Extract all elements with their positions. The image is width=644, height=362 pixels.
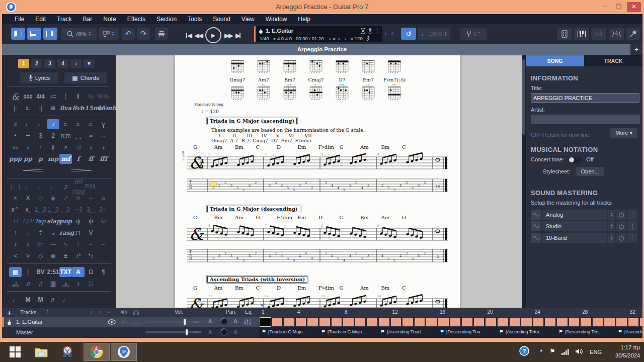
legato-slide-icon[interactable]: ‿3 — [59, 205, 72, 215]
mastering-slot-spinner[interactable]: ▲▼ — [608, 221, 615, 231]
natural-icon[interactable]: ♮ — [34, 142, 47, 152]
double-flat-icon[interactable]: ♭♭ — [9, 142, 22, 152]
double-simile-icon[interactable]: %% — [97, 92, 110, 102]
staccato-icon[interactable]: ♩ — [34, 182, 47, 192]
timeline-cell[interactable] — [414, 317, 426, 327]
pop-icon[interactable]: pop — [59, 216, 72, 226]
timeline-ruler[interactable]: 148121620242832 — [259, 308, 642, 317]
whole-note-icon[interactable]: ○ — [9, 119, 22, 129]
double-sharp-icon[interactable]: × — [59, 142, 72, 152]
master-volume-automation[interactable]: A — [208, 329, 212, 335]
title-input[interactable] — [531, 93, 639, 103]
score-scrollbar[interactable] — [522, 55, 526, 308]
current-track-box[interactable]: 1. E.Guitar ⋮ 1/40 ● 4.0:4.0 00:00 / 01:… — [254, 26, 382, 42]
coda-icon[interactable]: ⊕ — [47, 103, 59, 113]
barline-tool-icon[interactable]: ∣ — [22, 267, 34, 277]
shift-slide-icon[interactable]: ∼3 — [72, 205, 85, 215]
chord-diagram-icon[interactable]: ▦ — [9, 267, 22, 277]
mastering-slot-spinner[interactable]: ▲▼ — [608, 233, 615, 243]
timeline-cell[interactable] — [556, 317, 568, 327]
page-view-selector[interactable]: ▲▼ — [99, 28, 119, 40]
pitch-control[interactable]: 0 +− — [460, 28, 487, 40]
palm-mute-icon[interactable]: P.M. — [85, 182, 97, 192]
tie-icon[interactable]: ‿ — [72, 131, 85, 141]
repeat-close-icon[interactable]: :| — [34, 103, 47, 113]
snipping-tool-button[interactable] — [54, 343, 80, 361]
file-explorer-button[interactable] — [28, 343, 54, 361]
chord-diagram-Bm7[interactable]: Bm7× × — [279, 56, 301, 103]
arpeggio-up-icon[interactable]: ⇡ — [34, 228, 47, 238]
slap-icon[interactable]: slap — [47, 216, 59, 226]
timeline-cell[interactable] — [331, 317, 343, 327]
chord-diagram-grid[interactable] — [307, 56, 325, 74]
action-center-flag-icon[interactable]: ⚑ — [549, 347, 555, 355]
section-bookmark[interactable]: ⚑[Descending Tria... — [440, 329, 484, 334]
text-tool-icon[interactable]: TXT — [59, 267, 72, 277]
timeline-cell[interactable] — [343, 317, 354, 327]
voice-pair-icon[interactable]: ⊡ — [85, 279, 97, 289]
tray-expand-arrow[interactable]: ▴ — [540, 347, 542, 352]
chord-diagram-grid[interactable] — [281, 56, 298, 74]
pitch-plus-minus[interactable]: +− — [478, 31, 480, 36]
tab-track[interactable]: TRACK — [584, 55, 642, 66]
dead-note-icon[interactable]: × — [9, 193, 22, 203]
mute-track-icon[interactable] — [121, 319, 127, 325]
go-start-button[interactable]: ◀ — [186, 32, 191, 39]
ottava-bassa-icon[interactable]: 8vb — [72, 103, 85, 113]
chord-diagram-Am7[interactable]: Am7×o — [253, 56, 275, 103]
chord-diagram-Gmaj7[interactable]: Gmaj7 — [226, 56, 249, 103]
decrescendo-icon[interactable]: > — [57, 165, 106, 175]
volume-slider[interactable] — [145, 321, 202, 323]
menu-bar[interactable]: Bar — [77, 14, 98, 24]
eighth-note-icon[interactable]: ♪ — [47, 119, 59, 129]
grace-sixteenth-icon[interactable]: ♪ — [22, 239, 34, 249]
accidental-icon[interactable]: ♭♯ — [72, 142, 85, 152]
timeline-cell[interactable] — [426, 317, 437, 327]
timeline-cell[interactable] — [450, 317, 461, 327]
tremolo-picking-icon[interactable]: ∿ — [59, 239, 72, 249]
menu-track[interactable]: Track — [51, 14, 77, 24]
forward-button[interactable]: ▶▶ — [224, 32, 232, 39]
beam-split-icon[interactable]: ♫ — [34, 279, 47, 289]
cut-row-icon-2[interactable]: M — [22, 295, 34, 305]
timeline-cell[interactable] — [569, 317, 580, 327]
f-icon[interactable]: f — [72, 154, 85, 164]
stylesheet-open-button[interactable]: Open... — [576, 167, 604, 176]
hourglass-icon[interactable] — [361, 28, 365, 34]
chord-diagram-grid[interactable] — [229, 83, 246, 101]
bend-icon[interactable]: ↗ — [59, 193, 72, 203]
chord-diagram-grid[interactable]: × — [307, 83, 325, 101]
upstroke-icon[interactable]: V — [85, 228, 97, 238]
staff-system-2[interactable]: &♯6789 — [187, 221, 448, 245]
line-in-button[interactable] — [626, 28, 640, 40]
half-note-icon[interactable]: ♩ — [22, 119, 34, 129]
timeline-cell[interactable] — [366, 317, 378, 327]
ghost-note-icon[interactable]: (♩) — [9, 182, 22, 192]
timeline-cell[interactable] — [628, 317, 639, 327]
chord-diagram-grid[interactable] — [334, 56, 351, 74]
play-button[interactable]: ▶ — [205, 27, 221, 43]
mastering-power-button[interactable] — [616, 233, 626, 243]
print-button[interactable] — [155, 28, 168, 40]
stem-auto-icon[interactable]: ♪AUTO — [59, 279, 72, 289]
chord-diagram-grid[interactable] — [255, 56, 272, 74]
page-view-spinner[interactable]: ▲▼ — [112, 31, 115, 36]
timeline-cell[interactable] — [283, 317, 295, 327]
mute-all-icon[interactable] — [121, 309, 127, 315]
menu-sound[interactable]: Sound — [207, 14, 236, 24]
menu-window[interactable]: Window — [260, 14, 293, 24]
artificial-harmonic-icon[interactable]: ◆ — [47, 193, 59, 203]
close-button[interactable]: ✕ — [627, 2, 641, 12]
zoom-control[interactable]: 76% ▲▼ — [61, 28, 97, 40]
timeline-cell[interactable] — [390, 317, 402, 327]
section-bookmark[interactable]: ⚑[Triads in G Majo... — [262, 329, 306, 334]
anacrusis-icon[interactable]: ♪= — [47, 92, 59, 102]
duplet-icon[interactable]: –2– — [47, 131, 59, 141]
timeline-cell[interactable] — [461, 317, 473, 327]
visibility-eye-icon[interactable] — [108, 319, 116, 325]
track-menu-dots[interactable]: ⋮ — [375, 28, 380, 34]
palette-page-1[interactable]: 1 — [18, 59, 29, 68]
tuplet-icon[interactable]: n:m — [59, 131, 72, 141]
view-filter-icon[interactable]: ▼ — [84, 59, 95, 68]
key-signature-icon[interactable]: ♯♯♯ — [22, 92, 34, 102]
